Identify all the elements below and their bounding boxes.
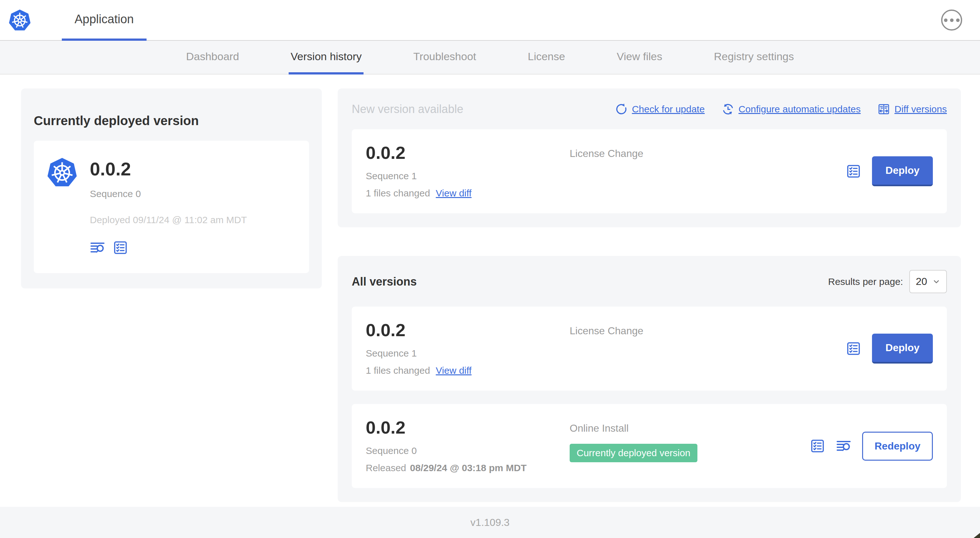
results-per-page: Results per page: 20 bbox=[828, 270, 947, 293]
top-bar: Application bbox=[0, 0, 980, 41]
source-label: Online Install bbox=[570, 422, 810, 434]
row-actions: Deploy bbox=[846, 156, 933, 186]
results-per-page-label: Results per page: bbox=[828, 276, 903, 287]
deployed-sequence: Sequence 0 bbox=[90, 189, 247, 199]
version-number: 0.0.2 bbox=[366, 144, 570, 162]
version-info: 0.0.2 Sequence 1 1 files changed View di… bbox=[366, 144, 570, 198]
app-tab-label: Application bbox=[75, 13, 134, 26]
source-label: License Change bbox=[570, 148, 846, 159]
deploy-button[interactable]: Deploy bbox=[872, 333, 933, 363]
diff-versions-link[interactable]: Diff versions bbox=[878, 103, 947, 115]
deployed-timestamp: Deployed 09/11/24 @ 11:02 am MDT bbox=[90, 214, 247, 225]
ellipsis-menu-icon[interactable] bbox=[941, 10, 962, 30]
released-line: Released 08/29/24 @ 03:18 pm MDT bbox=[366, 463, 570, 473]
currently-deployed-title: Currently deployed version bbox=[34, 114, 309, 128]
tab-registry-settings[interactable]: Registry settings bbox=[712, 41, 796, 75]
files-changed-label: 1 files changed bbox=[366, 365, 430, 376]
version-row: 0.0.2 Sequence 1 1 files changed View di… bbox=[352, 306, 947, 390]
right-column: New version available Check for update C… bbox=[338, 89, 961, 502]
kubernetes-logo bbox=[8, 0, 31, 40]
version-number: 0.0.2 bbox=[366, 419, 570, 436]
released-label: Released bbox=[366, 463, 406, 473]
checklist-icon[interactable] bbox=[846, 341, 861, 356]
deployed-version-number: 0.0.2 bbox=[90, 160, 247, 178]
currently-deployed-badge: Currently deployed version bbox=[570, 444, 697, 462]
all-versions-card: All versions Results per page: 20 0.0.2 … bbox=[338, 256, 961, 502]
deployed-version-details: 0.0.2 Sequence 0 Deployed 09/11/24 @ 11:… bbox=[90, 157, 247, 255]
new-version-header: New version available Check for update C… bbox=[352, 103, 947, 116]
results-per-page-select[interactable]: 20 bbox=[909, 270, 947, 293]
app-tab-application[interactable]: Application bbox=[62, 0, 146, 41]
version-info: 0.0.2 Sequence 1 1 files changed View di… bbox=[366, 321, 570, 376]
row-actions: Deploy bbox=[846, 333, 933, 363]
all-versions-header: All versions Results per page: 20 bbox=[352, 270, 947, 293]
checklist-icon[interactable] bbox=[846, 163, 861, 179]
files-changed-line: 1 files changed View diff bbox=[366, 188, 570, 198]
currently-deployed-card: Currently deployed version 0.0.2 Sequenc… bbox=[21, 89, 322, 289]
checklist-icon[interactable] bbox=[810, 438, 825, 454]
page: Application Dashboard Version history Tr… bbox=[0, 0, 980, 538]
diff-icon bbox=[878, 103, 890, 115]
results-per-page-value: 20 bbox=[916, 276, 927, 287]
auto-update-icon bbox=[722, 103, 734, 115]
version-source: License Change bbox=[570, 321, 846, 337]
file-search-icon[interactable] bbox=[90, 240, 105, 255]
footer: v1.109.3 bbox=[0, 507, 980, 538]
configure-automatic-updates-link[interactable]: Configure automatic updates bbox=[722, 103, 861, 115]
diff-versions-label: Diff versions bbox=[894, 104, 947, 114]
all-versions-title: All versions bbox=[352, 275, 417, 289]
version-info: 0.0.2 Sequence 0 Released 08/29/24 @ 03:… bbox=[366, 419, 570, 473]
checklist-icon[interactable] bbox=[113, 240, 128, 255]
tab-license[interactable]: License bbox=[526, 41, 567, 75]
subnav: Dashboard Version history Troubleshoot L… bbox=[0, 41, 980, 75]
file-search-icon[interactable] bbox=[836, 438, 851, 454]
version-source: Online Install Currently deployed versio… bbox=[570, 419, 810, 462]
main-content: Currently deployed version 0.0.2 Sequenc… bbox=[0, 75, 980, 507]
source-label: License Change bbox=[570, 325, 846, 337]
row-actions: Redeploy bbox=[810, 432, 933, 461]
console-version: v1.109.3 bbox=[471, 517, 510, 528]
deploy-button[interactable]: Deploy bbox=[872, 156, 933, 186]
new-version-card: New version available Check for update C… bbox=[338, 89, 961, 227]
check-for-update-label: Check for update bbox=[632, 104, 705, 114]
version-sequence: Sequence 1 bbox=[366, 348, 570, 359]
new-version-actions: Check for update Configure automatic upd… bbox=[615, 103, 947, 115]
version-row: 0.0.2 Sequence 0 Released 08/29/24 @ 03:… bbox=[352, 404, 947, 488]
files-changed-label: 1 files changed bbox=[366, 188, 430, 198]
tab-dashboard[interactable]: Dashboard bbox=[184, 41, 241, 75]
new-version-title: New version available bbox=[352, 103, 463, 116]
released-date: 08/29/24 @ 03:18 pm MDT bbox=[410, 463, 527, 473]
cursor-artifact bbox=[974, 533, 980, 538]
version-source: License Change bbox=[570, 144, 846, 159]
redeploy-button[interactable]: Redeploy bbox=[862, 432, 933, 461]
deployed-actions bbox=[90, 240, 247, 255]
version-sequence: Sequence 0 bbox=[366, 445, 570, 456]
new-version-row: 0.0.2 Sequence 1 1 files changed View di… bbox=[352, 129, 947, 213]
check-for-update-link[interactable]: Check for update bbox=[615, 103, 705, 115]
version-sequence: Sequence 1 bbox=[366, 171, 570, 181]
topbar-right bbox=[941, 0, 962, 40]
view-diff-link[interactable]: View diff bbox=[436, 365, 471, 376]
configure-automatic-updates-label: Configure automatic updates bbox=[738, 104, 861, 114]
chevron-down-icon bbox=[932, 278, 940, 286]
tab-version-history[interactable]: Version history bbox=[289, 41, 364, 75]
tab-troubleshoot[interactable]: Troubleshoot bbox=[411, 41, 478, 75]
refresh-icon bbox=[615, 103, 627, 115]
tab-view-files[interactable]: View files bbox=[615, 41, 664, 75]
view-diff-link[interactable]: View diff bbox=[436, 188, 471, 198]
deployed-version-card: 0.0.2 Sequence 0 Deployed 09/11/24 @ 11:… bbox=[34, 141, 309, 273]
kubernetes-app-icon bbox=[46, 157, 78, 255]
files-changed-line: 1 files changed View diff bbox=[366, 365, 570, 376]
version-number: 0.0.2 bbox=[366, 321, 570, 339]
left-column: Currently deployed version 0.0.2 Sequenc… bbox=[21, 89, 322, 289]
